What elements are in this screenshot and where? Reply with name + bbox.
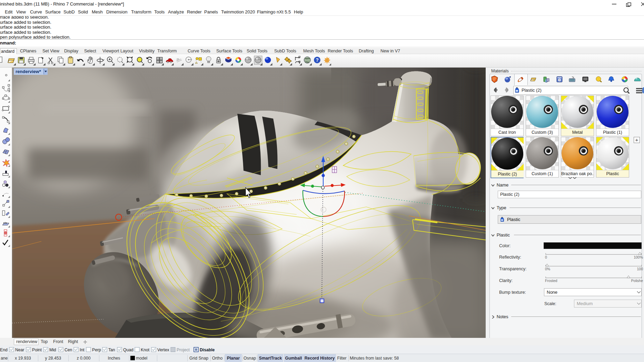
svg-text:Quad: Quad (123, 348, 133, 352)
svg-text:Disable: Disable (200, 348, 215, 352)
svg-text:End: End (0, 348, 8, 352)
svg-text:?: ? (559, 79, 560, 81)
svg-text:Mid: Mid (49, 348, 56, 352)
svg-text:Cen: Cen (65, 348, 72, 352)
svg-text:renderview*: renderview* (16, 69, 41, 74)
svg-text:Vertex: Vertex (157, 348, 169, 352)
svg-text:?: ? (316, 57, 319, 63)
svg-text:Perp: Perp (92, 348, 101, 352)
svg-text:Knot: Knot (141, 348, 150, 352)
svg-text:Int: Int (80, 348, 85, 352)
svg-text:Tan: Tan (108, 348, 115, 352)
svg-text:Point: Point (32, 348, 42, 352)
svg-text:Near: Near (15, 348, 24, 352)
svg-text:Project: Project (177, 348, 190, 352)
